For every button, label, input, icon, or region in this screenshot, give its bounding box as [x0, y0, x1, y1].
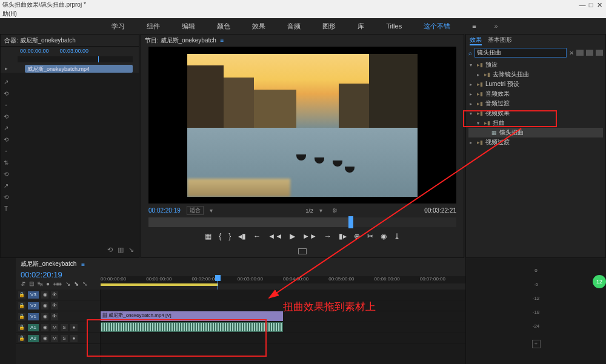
- source-tool-9[interactable]: ↗: [4, 182, 8, 189]
- work-area-bar[interactable]: [101, 283, 218, 286]
- track-header-A2[interactable]: 🔒A2◉MS●: [16, 333, 100, 344]
- source-footer-icon-2[interactable]: ↘: [128, 246, 134, 254]
- source-tool-4[interactable]: ↗: [4, 125, 8, 131]
- source-tool-3[interactable]: ⟲: [4, 113, 8, 120]
- helper-badge[interactable]: 12: [593, 275, 606, 288]
- timeline-tool-6[interactable]: ⬊: [74, 280, 79, 287]
- program-monitor-viewport[interactable]: [148, 47, 456, 204]
- workspace-overflow-icon[interactable]: ≡: [468, 21, 479, 31]
- effect-item[interactable]: ▦镜头扭曲: [468, 128, 603, 137]
- marker-box-icon[interactable]: [298, 248, 307, 254]
- track-tag[interactable]: A2: [28, 335, 39, 342]
- track-tag[interactable]: V3: [28, 291, 39, 299]
- playhead-icon[interactable]: [348, 216, 353, 228]
- transport-button-6[interactable]: ▶: [290, 232, 295, 240]
- timeline-tool-4[interactable]: ᚔ: [53, 280, 62, 287]
- toggle-output-icon[interactable]: ◉: [41, 302, 48, 309]
- lock-icon[interactable]: 🔒: [18, 335, 25, 342]
- transport-button-1[interactable]: {: [219, 232, 221, 240]
- window-maximize-button[interactable]: □: [587, 1, 595, 8]
- transport-button-12[interactable]: ◉: [381, 232, 387, 240]
- audio-clip[interactable]: [101, 322, 283, 332]
- effect-folder[interactable]: ▾▸▮视频效果: [468, 108, 603, 118]
- source-tool-2[interactable]: ◦: [5, 102, 7, 108]
- workspace-tab-3[interactable]: 颜色: [213, 21, 234, 32]
- preset-icon[interactable]: [576, 50, 584, 56]
- track-header-A1[interactable]: 🔒A1◉MS●: [16, 322, 100, 333]
- mute-button[interactable]: M: [51, 324, 58, 331]
- effect-folder[interactable]: ▸▸▮Lumetri 预设: [468, 79, 603, 89]
- lock-icon[interactable]: 🔒: [18, 291, 25, 299]
- source-tool-5[interactable]: ⟲: [4, 136, 8, 143]
- toggle-output-icon[interactable]: ◉: [41, 335, 48, 342]
- effect-folder[interactable]: ▾▸▮预设: [468, 60, 603, 70]
- transport-button-11[interactable]: ✂: [367, 232, 373, 240]
- source-tool-11[interactable]: T: [4, 205, 8, 212]
- record-icon[interactable]: ●: [70, 335, 78, 342]
- chevron-right-icon[interactable]: »: [494, 22, 498, 30]
- effect-folder[interactable]: ▸▸▮去除镜头扭曲: [468, 70, 603, 79]
- mute-button[interactable]: M: [51, 335, 58, 342]
- transport-button-9[interactable]: ▮▸: [339, 232, 347, 240]
- menu-bar[interactable]: 助(H): [0, 10, 606, 18]
- workspace-tab-8[interactable]: Titles: [382, 21, 405, 31]
- timeline-tool-3[interactable]: ●: [46, 280, 50, 287]
- transport-button-0[interactable]: ▦: [205, 232, 211, 240]
- source-tool-8[interactable]: ⟲: [4, 171, 8, 177]
- sequence-name[interactable]: 威尼斯_onekeybatch: [21, 260, 76, 268]
- transport-button-4[interactable]: ←: [253, 232, 261, 240]
- effects-tab-1[interactable]: 基本图形: [488, 36, 512, 45]
- timeline-ruler[interactable]: 00:00:00:0000:01:00:0000:02:00:0000:03:0…: [101, 276, 465, 290]
- menu-help[interactable]: 助(H): [2, 10, 17, 17]
- video-lane[interactable]: [101, 290, 465, 300]
- audio-lane[interactable]: [101, 333, 465, 344]
- transport-button-2[interactable]: }: [228, 232, 231, 240]
- lock-icon[interactable]: 🔒: [18, 324, 25, 331]
- workspace-tab-6[interactable]: 图形: [319, 21, 339, 32]
- track-header-V1[interactable]: 🔒V1◉👁: [16, 311, 100, 322]
- window-minimize-button[interactable]: —: [578, 1, 587, 8]
- effects-search-input[interactable]: [474, 48, 567, 58]
- timeline-tool-0[interactable]: ⇵: [21, 280, 25, 287]
- workspace-tab-9[interactable]: 这个不错: [420, 21, 454, 32]
- timeline-tool-2[interactable]: ↹: [38, 280, 42, 287]
- toggle-output-icon[interactable]: ◉: [41, 291, 48, 299]
- preset-icon-3[interactable]: [596, 50, 603, 56]
- preset-icon-2[interactable]: [586, 50, 593, 56]
- workspace-tab-5[interactable]: 音频: [284, 21, 304, 32]
- source-footer-icon-0[interactable]: ⟲: [107, 246, 113, 254]
- video-clip[interactable]: ▦ 威尼斯_onekeybatch.mp4 [V]: [101, 311, 283, 321]
- source-tool-6[interactable]: ◦: [5, 148, 7, 154]
- panel-menu-icon[interactable]: ≡: [221, 37, 224, 44]
- eye-icon[interactable]: 👁: [51, 313, 58, 320]
- transport-button-8[interactable]: →: [324, 232, 331, 240]
- solo-button[interactable]: S: [61, 324, 68, 331]
- add-track-button[interactable]: +: [532, 340, 541, 348]
- source-tool-10[interactable]: ⟲: [4, 194, 8, 200]
- panel-menu-icon[interactable]: ≡: [81, 261, 85, 268]
- track-header-V2[interactable]: 🔒V2◉👁: [16, 300, 100, 311]
- zoom-fit-dropdown[interactable]: 适合: [187, 206, 204, 215]
- record-icon[interactable]: ●: [70, 324, 78, 331]
- workspace-tab-0[interactable]: 学习: [108, 21, 128, 32]
- clear-search-button[interactable]: ✕: [569, 50, 574, 56]
- source-clip-chip[interactable]: 威尼斯_onekeybatch.mp4: [25, 65, 133, 73]
- toggle-output-icon[interactable]: ◉: [41, 324, 48, 331]
- solo-button[interactable]: S: [61, 335, 68, 342]
- toggle-output-icon[interactable]: ◉: [41, 313, 48, 320]
- timeline-tool-5[interactable]: ↘: [65, 280, 70, 287]
- timeline-tool-1[interactable]: ⊟: [29, 280, 34, 287]
- effect-folder[interactable]: ▸▸▮音频过渡: [468, 99, 603, 108]
- workspace-tab-4[interactable]: 效果: [248, 21, 269, 32]
- track-tag[interactable]: V2: [28, 302, 39, 309]
- workspace-tab-7[interactable]: 库: [354, 21, 368, 32]
- lock-icon[interactable]: 🔒: [18, 302, 25, 309]
- transport-button-10[interactable]: ⊕: [354, 232, 360, 240]
- effect-folder[interactable]: ▸▸▮视频过渡: [468, 137, 603, 147]
- audio-lane[interactable]: [101, 322, 465, 333]
- source-tool-7[interactable]: ⇅: [4, 159, 8, 166]
- workspace-tab-2[interactable]: 编辑: [178, 21, 199, 32]
- effect-folder[interactable]: ▾▸▮扭曲: [468, 118, 603, 128]
- eye-icon[interactable]: 👁: [51, 291, 58, 299]
- transport-button-5[interactable]: ◄◄: [268, 232, 282, 240]
